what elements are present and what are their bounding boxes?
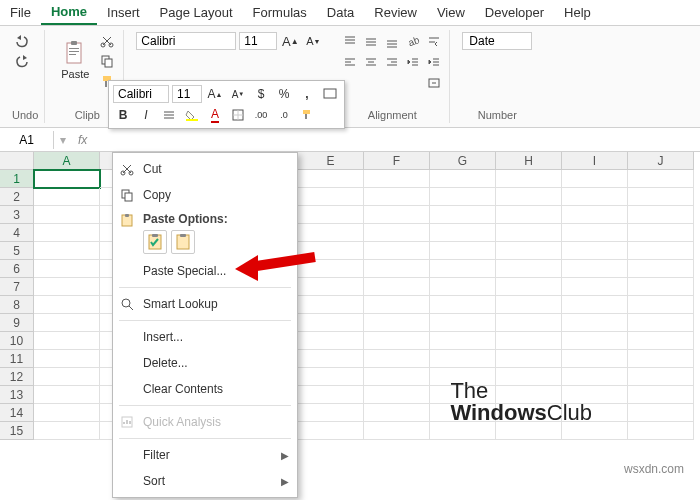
cell[interactable] [298,206,364,224]
cell[interactable] [364,224,430,242]
cell[interactable] [364,404,430,422]
row-header-5[interactable]: 5 [0,242,34,260]
align-top-button[interactable] [341,32,359,50]
cell[interactable] [628,368,694,386]
cell[interactable] [628,242,694,260]
cell[interactable] [562,314,628,332]
cell[interactable] [34,386,100,404]
row-header-8[interactable]: 8 [0,296,34,314]
row-header-2[interactable]: 2 [0,188,34,206]
number-format-select[interactable] [462,32,532,50]
cell[interactable] [562,296,628,314]
cell[interactable] [628,314,694,332]
cell[interactable] [430,296,496,314]
cell[interactable] [496,242,562,260]
decrease-font-button[interactable]: A▼ [303,32,323,50]
menu-data[interactable]: Data [317,1,364,24]
cell[interactable] [298,260,364,278]
mini-increase-decimal-button[interactable]: .00 [251,106,271,124]
cell[interactable] [562,170,628,188]
cell[interactable] [298,296,364,314]
cell[interactable] [34,242,100,260]
cell[interactable] [298,422,364,440]
menu-review[interactable]: Review [364,1,427,24]
mini-borders-button[interactable] [228,106,248,124]
align-left-button[interactable] [341,53,359,71]
menu-developer[interactable]: Developer [475,1,554,24]
row-header-13[interactable]: 13 [0,386,34,404]
align-bottom-button[interactable] [383,32,401,50]
cell[interactable] [34,224,100,242]
font-name-select[interactable] [136,32,236,50]
cell[interactable] [34,260,100,278]
cell[interactable] [496,296,562,314]
menu-home[interactable]: Home [41,0,97,25]
mini-bold-button[interactable]: B [113,106,133,124]
menu-help[interactable]: Help [554,1,601,24]
cell[interactable] [364,206,430,224]
cell[interactable] [628,386,694,404]
name-box[interactable] [0,131,54,149]
cell[interactable] [628,296,694,314]
paste-option-values[interactable] [171,230,195,254]
copy-button[interactable] [97,52,117,70]
menu-page-layout[interactable]: Page Layout [150,1,243,24]
cell[interactable] [34,296,100,314]
cell[interactable] [628,260,694,278]
cell[interactable] [430,350,496,368]
cell[interactable] [496,260,562,278]
mini-font-size[interactable] [172,85,202,103]
row-header-7[interactable]: 7 [0,278,34,296]
cell[interactable] [364,242,430,260]
cell[interactable] [628,278,694,296]
align-right-button[interactable] [383,53,401,71]
font-size-select[interactable] [239,32,277,50]
cell[interactable] [364,350,430,368]
mini-accounting-button[interactable]: $ [251,85,271,103]
increase-indent-button[interactable] [425,53,443,71]
cell[interactable] [430,188,496,206]
col-header-I[interactable]: I [562,152,628,170]
cell[interactable] [364,422,430,440]
cell[interactable] [364,278,430,296]
cell[interactable] [562,332,628,350]
cell[interactable] [562,224,628,242]
cell[interactable] [34,332,100,350]
cell[interactable] [34,314,100,332]
cell[interactable] [496,206,562,224]
formula-bar[interactable] [93,131,700,149]
cell[interactable] [364,170,430,188]
row-header-15[interactable]: 15 [0,422,34,440]
cell[interactable] [364,260,430,278]
mini-format-painter-button[interactable] [297,106,317,124]
context-delete[interactable]: Delete... [113,350,297,376]
context-insert[interactable]: Insert... [113,324,297,350]
cell[interactable] [628,422,694,440]
cell[interactable] [562,242,628,260]
cell[interactable] [298,404,364,422]
context-cut[interactable]: Cut [113,156,297,182]
cell[interactable] [430,224,496,242]
cell-A1[interactable] [34,170,100,188]
col-header-J[interactable]: J [628,152,694,170]
col-header-G[interactable]: G [430,152,496,170]
row-header-6[interactable]: 6 [0,260,34,278]
redo-button[interactable] [12,52,32,70]
cell[interactable] [430,314,496,332]
cell[interactable] [430,278,496,296]
cell[interactable] [298,188,364,206]
cell[interactable] [298,170,364,188]
cell[interactable] [496,170,562,188]
cell[interactable] [34,188,100,206]
cell[interactable] [34,206,100,224]
cell[interactable] [298,368,364,386]
cell[interactable] [298,224,364,242]
select-all-corner[interactable] [0,152,34,170]
cell[interactable] [628,224,694,242]
cell[interactable] [364,296,430,314]
cell[interactable] [298,314,364,332]
orientation-button[interactable]: ab [404,32,422,50]
cell[interactable] [364,314,430,332]
cell[interactable] [496,332,562,350]
context-filter[interactable]: Filter ▶ [113,442,297,468]
